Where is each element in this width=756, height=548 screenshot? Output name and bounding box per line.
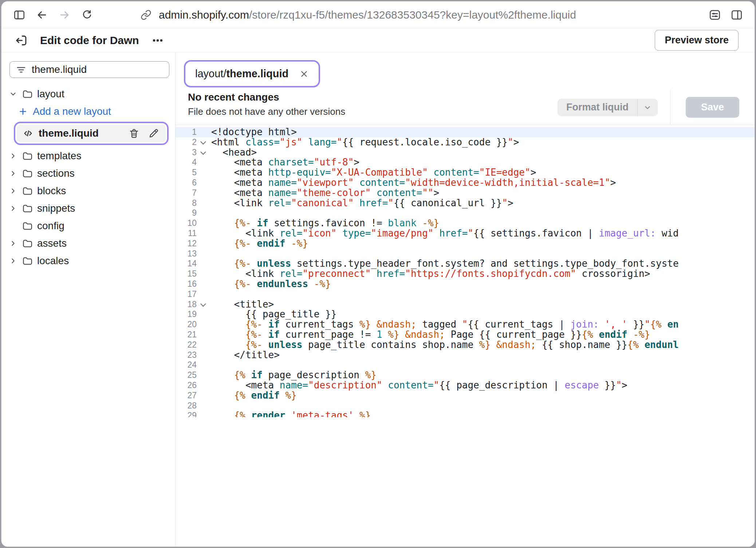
code-token[interactable] xyxy=(245,410,251,417)
tab-theme-liquid[interactable]: layout/theme.liquid xyxy=(187,63,317,84)
sidebar-toggle-icon[interactable] xyxy=(12,8,26,22)
code-token[interactable]: ', ' xyxy=(605,319,627,330)
code-token[interactable]: -%} xyxy=(291,238,308,249)
code-token[interactable]: tagged xyxy=(417,319,462,330)
code-token[interactable]: <meta xyxy=(211,380,280,391)
code-token[interactable]: page_description xyxy=(263,369,365,380)
code-token[interactable]: " xyxy=(468,228,473,239)
code-text[interactable]: {%- endif -%} xyxy=(207,239,308,249)
code-token[interactable]: <html xyxy=(211,137,245,148)
code-token[interactable]: rel= xyxy=(280,268,303,279)
code-token[interactable]: unless xyxy=(268,339,303,350)
code-token[interactable]: content= xyxy=(377,187,422,198)
code-token[interactable]: content= xyxy=(388,380,433,391)
code-token[interactable]: content= xyxy=(434,167,479,178)
code-token[interactable]: {{ page_description | xyxy=(439,380,564,391)
code-token[interactable]: <link xyxy=(211,268,280,279)
code-token[interactable]: join: xyxy=(570,319,599,330)
code-token[interactable] xyxy=(639,339,645,350)
code-token[interactable]: charset= xyxy=(268,157,314,168)
format-liquid-button[interactable]: Format liquid xyxy=(558,99,658,116)
address-bar[interactable]: admin.shopify.com/store/rzq1xu-f5/themes… xyxy=(139,8,699,22)
code-token[interactable] xyxy=(354,177,359,188)
code-text[interactable]: <meta charset="utf-8"> xyxy=(207,157,359,168)
code-token[interactable] xyxy=(286,410,291,417)
code-token[interactable] xyxy=(211,218,234,228)
code-token[interactable]: "X-UA-Compatible" xyxy=(331,167,428,178)
code-token[interactable] xyxy=(593,329,599,340)
code-token[interactable]: " xyxy=(508,137,513,148)
code-token[interactable]: %} xyxy=(388,329,399,340)
code-line[interactable]: 27 {% endif %} xyxy=(176,391,755,401)
more-actions-icon[interactable] xyxy=(151,34,165,47)
code-token[interactable]: if xyxy=(268,319,280,330)
tree-item-sections[interactable]: sections xyxy=(1,165,175,182)
code-token[interactable]: en xyxy=(667,319,678,330)
code-token[interactable]: &ndash; xyxy=(405,329,445,340)
code-token[interactable]: <link xyxy=(211,228,280,239)
code-token[interactable] xyxy=(627,329,633,340)
code-token[interactable]: "description" xyxy=(308,380,382,391)
code-text[interactable]: <title> xyxy=(207,300,274,310)
exit-editor-icon[interactable] xyxy=(15,34,28,47)
code-token[interactable]: > xyxy=(610,177,616,188)
code-token[interactable]: }} xyxy=(599,380,616,391)
code-line[interactable]: 8 <link rel="canonical" href="{{ canonic… xyxy=(176,198,755,208)
code-token[interactable]: <meta xyxy=(211,167,268,178)
code-token[interactable]: <head> xyxy=(211,147,257,158)
chevron-down-icon[interactable] xyxy=(637,99,658,116)
code-token[interactable]: <meta xyxy=(211,177,268,188)
code-token[interactable]: 'meta-tags' xyxy=(291,410,354,417)
code-token[interactable]: {{ current_tags | xyxy=(468,319,570,330)
code-token[interactable] xyxy=(245,369,251,380)
code-text[interactable]: {%- unless settings.type_header_font.sys… xyxy=(207,259,679,269)
code-token[interactable] xyxy=(280,390,286,401)
code-text[interactable]: <meta name="description" content="{{ pag… xyxy=(207,380,627,391)
code-token[interactable] xyxy=(308,278,314,289)
code-token[interactable] xyxy=(211,390,234,401)
code-token[interactable]: %} xyxy=(479,339,491,350)
code-token[interactable]: {{ shop.name }} xyxy=(536,339,627,350)
code-token[interactable]: <meta xyxy=(211,187,268,198)
code-token[interactable] xyxy=(211,339,245,350)
code-text[interactable]: <!doctype html> xyxy=(207,127,297,137)
code-token[interactable]: > xyxy=(531,167,536,178)
code-token[interactable] xyxy=(286,238,291,249)
code-token[interactable] xyxy=(354,410,359,417)
code-token[interactable] xyxy=(399,329,405,340)
code-line[interactable]: 22 {%- unless page_title contains shop.n… xyxy=(176,340,755,350)
code-token[interactable]: {% xyxy=(650,319,661,330)
code-token[interactable]: -%} xyxy=(314,278,331,289)
back-icon[interactable] xyxy=(35,8,49,22)
code-token[interactable]: {{ settings.favicon | xyxy=(473,228,599,239)
chevron-right-icon[interactable] xyxy=(8,152,18,160)
code-line[interactable]: 14 {%- unless settings.type_header_font.… xyxy=(176,259,755,269)
code-token[interactable]: lang= xyxy=(308,137,336,148)
code-token[interactable]: &ndash; xyxy=(377,319,417,330)
reload-icon[interactable] xyxy=(80,8,94,22)
code-token[interactable]: > xyxy=(434,187,440,198)
code-line[interactable]: 4 <meta charset="utf-8"> xyxy=(176,157,755,168)
code-token[interactable]: {% xyxy=(627,339,639,350)
code-token[interactable] xyxy=(211,410,234,417)
code-token[interactable]: > xyxy=(622,380,627,391)
tree-item-locales[interactable]: locales xyxy=(1,252,175,270)
code-token[interactable]: crossorigin> xyxy=(576,268,650,279)
code-line[interactable]: 17 xyxy=(176,289,755,300)
code-token[interactable]: {% xyxy=(234,410,245,417)
code-token[interactable]: {%- xyxy=(245,339,263,350)
code-token[interactable]: "icon" xyxy=(302,228,336,239)
code-token[interactable] xyxy=(251,278,257,289)
code-text[interactable]: <html class="js" lang="{{ request.locale… xyxy=(207,137,519,148)
chevron-right-icon[interactable] xyxy=(8,204,18,212)
code-token[interactable] xyxy=(211,329,245,340)
tree-item-config[interactable]: config xyxy=(1,217,175,235)
code-token[interactable] xyxy=(263,339,268,350)
code-token[interactable] xyxy=(251,258,257,269)
code-token[interactable]: </title> xyxy=(211,349,280,360)
code-token[interactable]: "image/png" xyxy=(371,228,433,239)
code-token[interactable]: {%- xyxy=(234,258,251,269)
code-token[interactable]: {%- xyxy=(245,319,263,330)
code-token[interactable]: wid xyxy=(656,228,679,239)
chevron-right-icon[interactable] xyxy=(8,239,18,247)
